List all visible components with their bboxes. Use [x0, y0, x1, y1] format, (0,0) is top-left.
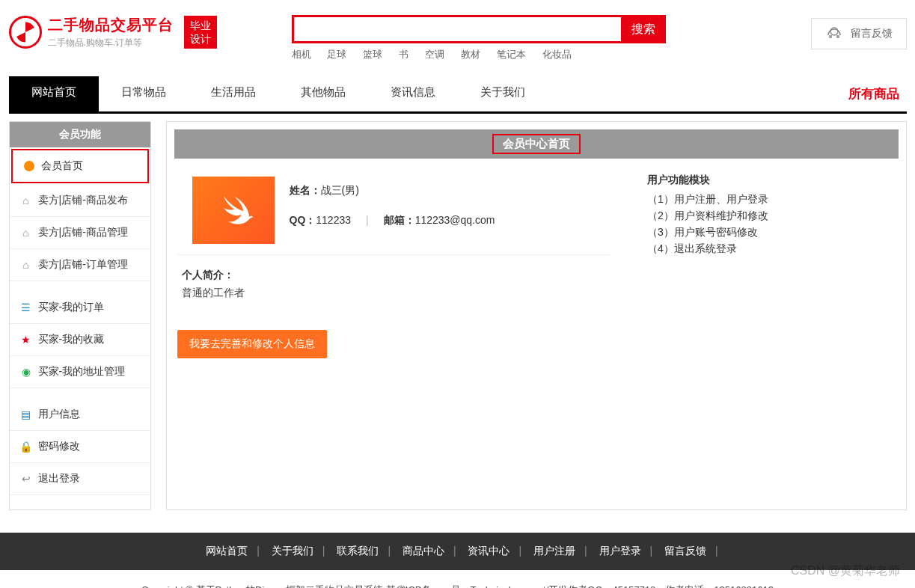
sidebar-item-seller-orders[interactable]: ⌂卖方|店铺-订单管理: [10, 249, 150, 281]
module-item: （1）用户注册、用户登录: [647, 193, 887, 206]
search-input[interactable]: [292, 15, 621, 43]
info-name: 姓名：战三(男): [290, 184, 596, 197]
list-icon: ☰: [20, 301, 32, 313]
house-icon: ⌂: [20, 259, 32, 271]
hot-word[interactable]: 空调: [425, 49, 444, 60]
hot-words: 相机 足球 篮球 书 空调 教材 笔记本 化妆品: [292, 48, 766, 61]
hot-word[interactable]: 笔记本: [497, 49, 526, 60]
info-contact: QQ：112233|邮箱：112233@qq.com: [290, 214, 596, 227]
avatar: [192, 177, 275, 244]
module-item: （3）用户账号密码修改: [647, 226, 887, 239]
hot-word[interactable]: 相机: [292, 49, 311, 60]
hot-word[interactable]: 书: [399, 49, 408, 60]
copyright: Copyright © 基于Python的Django框架二手物品交易系统 某省…: [0, 570, 915, 588]
footer-link[interactable]: 关于我们: [272, 545, 313, 557]
house-icon: ⌂: [20, 195, 32, 206]
feedback-button[interactable]: 留言反馈: [811, 18, 907, 49]
logo[interactable]: 二手物品交易平台 二手物品.购物车.订单等 毕业 设计: [9, 15, 217, 49]
logo-badge: 毕业 设计: [184, 16, 217, 49]
nav-life[interactable]: 生活用品: [189, 76, 278, 111]
sidebar-item-logout[interactable]: ↩退出登录: [10, 463, 150, 495]
content-panel: 会员中心首页 姓名：战三(男) QQ：112233|邮箱：112233@qq.c…: [166, 121, 907, 510]
footer-link[interactable]: 留言反馈: [664, 545, 706, 557]
sidebar-item-buyer-orders[interactable]: ☰买家-我的订单: [10, 292, 150, 324]
search-button[interactable]: 搜索: [621, 15, 666, 43]
nav-daily[interactable]: 日常物品: [99, 76, 189, 111]
footer-link[interactable]: 用户登录: [599, 545, 641, 557]
site-subtitle: 二手物品.购物车.订单等: [48, 37, 174, 49]
hot-word[interactable]: 篮球: [363, 49, 382, 60]
footer-link[interactable]: 联系我们: [337, 545, 379, 557]
search-box: 搜索: [292, 15, 766, 43]
module-item: （4）退出系统登录: [647, 242, 887, 256]
headset-icon: [825, 25, 843, 43]
main-nav: 网站首页 日常物品 生活用品 其他物品 资讯信息 关于我们 所有商品: [9, 76, 907, 111]
sidebar-item-user-info[interactable]: ▤用户信息: [10, 399, 150, 431]
logo-icon: [9, 16, 42, 49]
sidebar: 会员功能 会员首页 ⌂卖方|店铺-商品发布 ⌂卖方|店铺-商品管理 ⌂卖方|店铺…: [9, 121, 151, 510]
sidebar-item-password[interactable]: 🔒密码修改: [10, 431, 150, 463]
profile-intro: 个人简介： 普通的工作者: [177, 255, 610, 300]
profile-area: 姓名：战三(男) QQ：112233|邮箱：112233@qq.com 个人简介…: [177, 166, 610, 358]
user-module-list: 用户功能模块 （1）用户注册、用户登录 （2）用户资料维护和修改 （3）用户账号…: [625, 166, 895, 358]
star-icon: ★: [20, 334, 32, 346]
sidebar-item-buyer-address[interactable]: ◉买家-我的地址管理: [10, 356, 150, 388]
sidebar-title: 会员功能: [10, 122, 150, 147]
swift-bird-icon: [211, 188, 256, 233]
hot-word[interactable]: 足球: [327, 49, 346, 60]
hot-word[interactable]: 化妆品: [542, 49, 572, 60]
sidebar-item-member-home[interactable]: 会员首页: [11, 149, 149, 183]
sidebar-item-seller-publish[interactable]: ⌂卖方|店铺-商品发布: [10, 185, 150, 217]
document-icon: ▤: [20, 408, 32, 420]
location-icon: ◉: [20, 366, 32, 378]
nav-other[interactable]: 其他物品: [278, 76, 368, 111]
header: 二手物品交易平台 二手物品.购物车.订单等 毕业 设计 搜索 相机 足球 篮球 …: [9, 0, 907, 69]
nav-home[interactable]: 网站首页: [9, 76, 99, 111]
footer-link[interactable]: 用户注册: [533, 545, 575, 557]
content-header: 会员中心首页: [174, 129, 899, 159]
sidebar-item-seller-manage[interactable]: ⌂卖方|店铺-商品管理: [10, 217, 150, 249]
edit-profile-button[interactable]: 我要去完善和修改个人信息: [177, 330, 327, 358]
footer-nav: 网站首页| 关于我们| 联系我们| 商品中心| 资讯中心| 用户注册| 用户登录…: [0, 533, 915, 570]
nav-news[interactable]: 资讯信息: [368, 76, 458, 111]
nav-all-products[interactable]: 所有商品: [841, 76, 907, 111]
house-icon: ⌂: [20, 227, 32, 239]
sidebar-item-buyer-favorites[interactable]: ★买家-我的收藏: [10, 324, 150, 356]
footer-link[interactable]: 商品中心: [403, 545, 444, 557]
module-item: （2）用户资料维护和修改: [647, 209, 887, 223]
logout-icon: ↩: [20, 473, 32, 485]
lock-icon: 🔒: [20, 441, 32, 453]
footer-link[interactable]: 网站首页: [206, 545, 248, 557]
hot-word[interactable]: 教材: [461, 49, 480, 60]
nav-about[interactable]: 关于我们: [458, 76, 548, 111]
site-title: 二手物品交易平台: [48, 15, 174, 35]
circle-icon: [23, 160, 35, 172]
footer-link[interactable]: 资讯中心: [468, 545, 509, 557]
